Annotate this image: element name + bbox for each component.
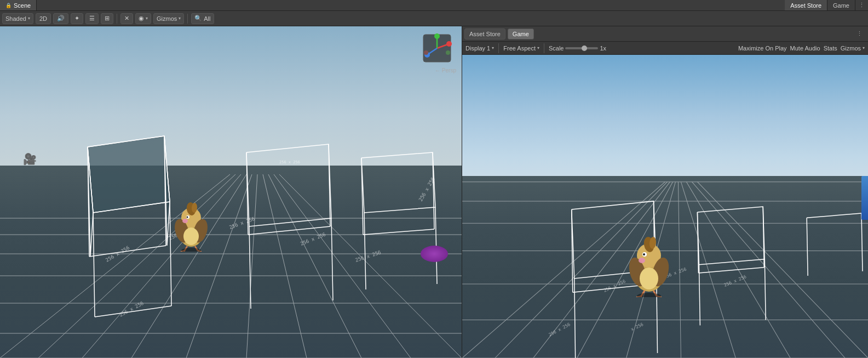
gizmos-dropdown[interactable]: Gizmos ▾ [153,13,184,24]
mute-audio-btn[interactable]: Mute Audio [790,45,820,52]
game-gizmos-label: Gizmos [841,45,861,52]
game-gizmos-dropdown[interactable]: Gizmos ▾ [841,45,865,52]
svg-point-63 [446,41,452,47]
scene-ground [0,166,462,358]
svg-point-60 [181,248,201,252]
blue-object [861,176,868,220]
shaded-chevron: ▾ [28,16,30,21]
mute-label: Mute Audio [790,45,820,52]
asset-store-tab-label: Asset Store [469,31,501,37]
tab-asset-store[interactable]: Asset Store [785,0,827,10]
tab-bar-more-btn[interactable]: ⋮ [855,2,868,9]
display-dropdown[interactable]: Display 1 ▾ [465,45,494,52]
scene-view-chevron: ▾ [146,16,148,21]
tab-game-btn[interactable]: Game [508,29,534,39]
all-dropdown[interactable]: 🔍 All [191,13,214,24]
game-tabs-more[interactable]: ⋮ [853,30,866,37]
svg-line-94 [763,207,764,268]
scene-grid-icon: ⊞ [105,15,110,22]
scene-sky [0,26,462,175]
main-area: Shaded ▾ 2D 🔊 ✦ ☰ ⊞ ✕ ◉ ▾ Gizmos ▾ [0,11,868,358]
scene-toolbar-sep1 [117,14,117,24]
svg-point-69 [446,50,450,55]
svg-line-95 [764,259,766,320]
svg-text:256 x 256: 256 x 256 [723,274,748,288]
all-label: All [204,15,210,22]
svg-line-98 [861,213,863,271]
scale-label: Scale [549,45,564,52]
game-tab-label: Game [513,31,529,37]
scale-value: 1x [600,45,606,52]
purple-ellipse [421,246,448,262]
shaded-dropdown[interactable]: Shaded ▾ [2,13,33,24]
scene-toolbar-sep2 [187,14,188,24]
maximize-label: Maximize On Play [738,45,787,52]
tab-asset-store-label: Asset Store [790,2,821,9]
scene-tool1[interactable]: ✕ [120,13,133,24]
persp-label: ← Persp [435,67,456,73]
gizmos-label: Gizmos [157,15,177,22]
2d-label: 2D [39,15,47,22]
scene-tool1-icon: ✕ [124,15,129,22]
display-label: Display 1 [465,45,490,52]
camera-icon: 🎥 [23,152,37,166]
svg-line-86 [697,182,868,358]
svg-point-120 [639,258,645,263]
audio-icon: 🔊 [57,15,65,22]
scene-toolbar: Shaded ▾ 2D 🔊 ✦ ☰ ⊞ ✕ ◉ ▾ Gizmos ▾ [0,11,868,26]
display-chevron: ▾ [492,46,494,50]
game-viewport[interactable]: 256 x 256 256 x 256 256 x 256 256 x 256 … [462,55,868,358]
tab-scene-label: Scene [14,2,31,9]
scene-view-dropdown[interactable]: ◉ ▾ [135,13,151,24]
svg-point-68 [424,50,428,55]
svg-point-48 [186,217,188,218]
scale-control[interactable]: Scale 1x [549,45,606,52]
svg-point-109 [643,253,645,255]
scene-extras-icon: ☰ [89,15,95,22]
2d-btn[interactable]: 2D [36,13,51,24]
tab-game[interactable]: Game [827,0,855,10]
scene-viewport[interactable]: 256 x 256 256 x 256 256 x 256 256 x 256 … [0,26,462,358]
svg-point-59 [182,219,188,223]
game-toolbar-sep1 [498,43,499,53]
game-gizmos-chevron: ▾ [863,46,865,50]
game-grid-svg: 256 x 256 256 x 256 256 x 256 256 x 256 … [462,55,868,358]
scene-view-icon: ◉ [139,15,144,22]
gizmo-widget [421,32,453,65]
content-area: 256 x 256 256 x 256 256 x 256 256 x 256 … [0,26,868,358]
maximize-on-play-btn[interactable]: Maximize On Play [738,45,787,52]
scale-slider[interactable] [565,47,598,49]
audio-btn[interactable]: 🔊 [53,13,68,24]
game-tabs: Asset Store Game ⋮ [462,26,868,42]
scene-extras-btn[interactable]: ☰ [85,13,99,24]
scale-slider-thumb[interactable] [582,46,587,51]
svg-line-88 [574,279,576,358]
stats-label: Stats [824,45,837,52]
tab-scene[interactable]: 🔒 Scene [0,0,37,10]
free-aspect-label: Free Aspect [503,45,536,52]
gizmos-chevron: ▾ [179,16,181,21]
svg-point-65 [434,33,440,39]
shaded-label: Shaded [5,15,26,22]
free-aspect-chevron: ▾ [537,46,539,50]
scene-grid-btn[interactable]: ⊞ [101,13,113,24]
tab-asset-store-btn[interactable]: Asset Store [464,29,505,39]
svg-line-97 [807,218,808,276]
svg-line-83 [681,182,735,358]
game-panel: Asset Store Game ⋮ Display 1 ▾ Free Aspe… [462,26,868,358]
svg-text:x 256: x 256 [630,322,645,332]
pidgey-scene [171,202,212,252]
svg-text:256 x 256: 256 x 256 [603,279,626,293]
tab-bar: 🔒 Scene Asset Store Game ⋮ [0,0,868,11]
svg-point-112 [640,268,658,289]
tab-game-label: Game [833,2,849,9]
svg-point-121 [637,293,661,297]
svg-line-92 [697,212,698,273]
svg-line-85 [692,182,845,358]
pidgey-game [624,237,674,297]
scene-lock-icon: 🔒 [5,3,12,8]
stats-btn[interactable]: Stats [824,45,837,52]
effects-btn[interactable]: ✦ [71,13,83,24]
free-aspect-dropdown[interactable]: Free Aspect ▾ [503,45,539,52]
game-toolbar: Display 1 ▾ Free Aspect ▾ Scale 1x [462,42,868,55]
